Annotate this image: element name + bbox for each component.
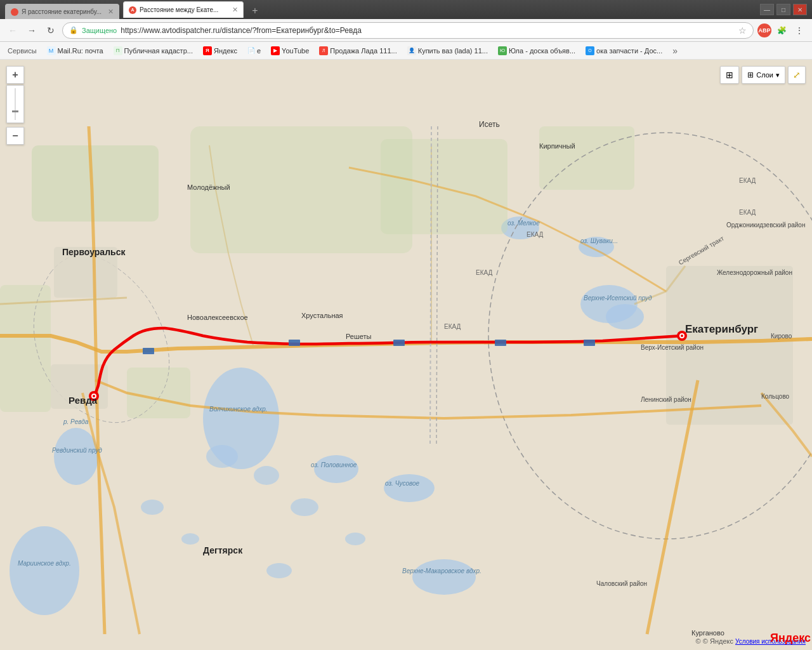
tab-1-close[interactable]: ✕ (108, 8, 114, 16)
bookmark-doc-label: е (257, 47, 261, 55)
place-ordzhonikidze: Орджоникидзевский район (726, 222, 805, 229)
place-molodezhny: Молодёжный (187, 183, 230, 191)
bookmark-youtube[interactable]: ▶ YouTube (268, 45, 311, 56)
svg-point-15 (291, 498, 318, 516)
svg-point-11 (384, 474, 435, 502)
place-oz-shuvakoye: оз. Шуваки... (580, 237, 618, 244)
tab-2-text: Расстояние между Екате... (140, 6, 229, 13)
refresh-button[interactable]: ↻ (43, 23, 58, 38)
place-novoalexeyevskoye: Новоалексеевское (187, 314, 248, 321)
place-kirovo: Кирово (771, 333, 792, 340)
address-bar[interactable]: 🔒 Защищено https://www.avtodispatcher.ru… (62, 22, 754, 39)
svg-point-16 (345, 533, 365, 545)
place-mariinskoye: Мариинское вдхр. (18, 560, 71, 567)
svg-point-4 (314, 455, 358, 483)
svg-point-8 (606, 304, 644, 329)
extensions-button[interactable]: 🧩 (774, 23, 789, 38)
back-button[interactable]: ← (5, 23, 20, 38)
nav-right: АВР 🧩 ⋮ (757, 23, 807, 38)
svg-rect-39 (143, 348, 154, 354)
svg-rect-38 (495, 340, 506, 346)
fullscreen-button[interactable]: ⊞ (720, 66, 739, 84)
place-chkalovsky: Чаловский район (596, 580, 647, 587)
minimize-button[interactable]: — (760, 4, 774, 15)
tab-1-text: Я расстояние екатеринбу... (22, 8, 105, 15)
svg-point-12 (412, 559, 476, 595)
map-top-right: ⊞ ⊞ Слои ▾ ⤢ (720, 66, 806, 84)
bookmark-yandex-label: Яндекс (214, 47, 237, 55)
address-url: https://www.avtodispatcher.ru/distance/?… (121, 26, 735, 35)
bookmark-mail-label: Mail.Ru: почта (58, 47, 103, 55)
yula-icon: Ю (498, 46, 507, 55)
browser-frame: Я расстояние екатеринбу... ✕ А Расстояни… (0, 0, 812, 650)
place-degtyarsk: Дегтярск (203, 545, 242, 555)
svg-point-17 (266, 563, 292, 578)
place-revdinsky-prud: Ревдинский пруд (52, 447, 102, 454)
new-tab-button[interactable]: + (247, 4, 263, 18)
expand-button[interactable]: ⤢ (788, 66, 806, 84)
map-controls: + − (6, 66, 24, 145)
nav-bar: ← → ↻ 🔒 Защищено https://www.avtodispatc… (0, 19, 812, 42)
lada-icon: Л (319, 46, 328, 55)
youtube-icon: ▶ (271, 46, 280, 55)
bookmark-doc[interactable]: 📄 е (245, 46, 263, 56)
fullscreen-icon: ⊞ (726, 70, 733, 80)
place-kurganovo: Курганово (691, 629, 724, 637)
svg-rect-37 (393, 340, 405, 346)
place-ekad-5: ЕКАД (739, 209, 756, 216)
svg-point-10 (10, 526, 79, 615)
place-revda: Ревда (69, 395, 97, 406)
place-ekad-1: ЕКАД (527, 231, 543, 238)
bookmark-vaz[interactable]: 👤 Купить ваз (lada) 11... (405, 45, 490, 56)
map-container[interactable]: Екатеринбург Ревда Первоуральск Исеть Ки… (0, 60, 812, 650)
bookmark-lada[interactable]: Л Продажа Лада 111... (317, 45, 399, 56)
svg-point-9 (54, 428, 98, 485)
oka-icon: О (586, 46, 594, 55)
bookmark-star[interactable]: ☆ (738, 25, 747, 36)
tab-2[interactable]: А Расстояние между Екате... ✕ (123, 1, 244, 18)
bookmark-more-label: » (672, 46, 678, 56)
bookmark-mail[interactable]: M Mail.Ru: почта (44, 45, 106, 56)
title-bar: Я расстояние екатеринбу... ✕ А Расстояни… (0, 0, 812, 19)
yandex-logo: Яндекс (770, 632, 811, 645)
place-r-revda: р. Ревда (63, 418, 88, 425)
svg-rect-21 (539, 126, 634, 190)
bookmark-services[interactable]: Сервисы (5, 46, 39, 56)
forward-button[interactable]: → (24, 23, 39, 38)
tab-2-icon: А (129, 6, 136, 14)
bookmark-oka[interactable]: О ока запчасти - Дос... (583, 45, 665, 56)
tab-2-close[interactable]: ✕ (232, 6, 238, 14)
svg-rect-20 (381, 139, 508, 234)
bookmark-kadast[interactable]: П Публичная кадастр... (111, 45, 195, 56)
tab-1[interactable]: Я расстояние екатеринбу... ✕ (5, 4, 119, 19)
bookmark-kadast-label: Публичная кадастр... (124, 47, 193, 55)
expand-icon: ⤢ (793, 70, 801, 80)
profile-avatar[interactable]: АВР (757, 23, 771, 37)
maximize-button[interactable]: □ (776, 4, 790, 15)
layers-button[interactable]: ⊞ Слои ▾ (742, 66, 785, 84)
zoom-in-button[interactable]: + (6, 66, 24, 84)
layers-chevron: ▾ (776, 71, 780, 79)
bookmark-more[interactable]: » (670, 44, 680, 57)
secure-icon: 🔒 (69, 26, 78, 34)
secure-label: Защищено (82, 27, 117, 34)
menu-button[interactable]: ⋮ (792, 23, 807, 38)
bookmark-lada-label: Продажа Лада 111... (330, 47, 396, 55)
place-verkh-isetsky: Верх-Исетский район (641, 344, 704, 351)
vaz-icon: 👤 (407, 46, 416, 55)
bookmark-yula-label: Юла - доска объяв... (509, 47, 575, 55)
svg-point-13 (141, 500, 164, 515)
svg-rect-36 (289, 340, 300, 346)
copyright-symbol: © (696, 637, 701, 645)
place-volchikhinskoye: Волчихинское вдхр. (209, 406, 268, 413)
layers-icon: ⊞ (747, 70, 754, 79)
bookmark-yula[interactable]: Ю Юла - доска объяв... (495, 45, 578, 56)
bookmark-yandex[interactable]: Я Яндекс (200, 45, 240, 56)
zoom-out-button[interactable]: − (6, 127, 24, 145)
place-iset: Исеть (479, 120, 500, 129)
yandex-icon: Я (203, 46, 212, 55)
place-kirpichny: Кирпичный (539, 142, 575, 150)
close-button[interactable]: ✕ (793, 4, 807, 15)
svg-rect-22 (127, 368, 190, 418)
zoom-slider[interactable] (6, 85, 24, 123)
